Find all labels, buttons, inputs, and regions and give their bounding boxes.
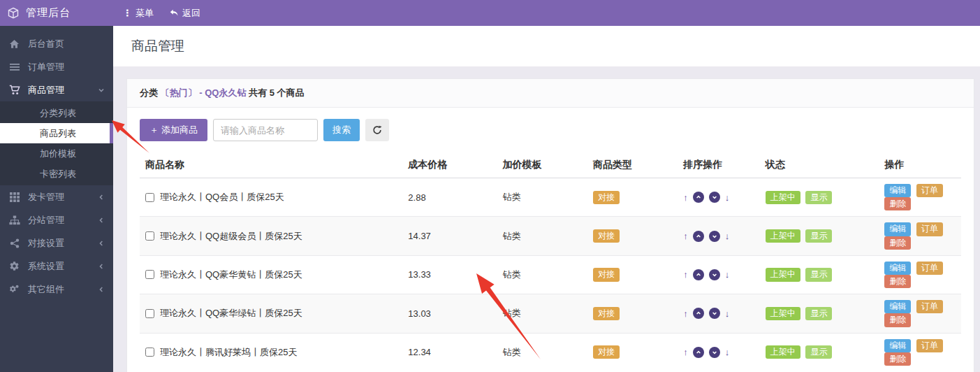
status-show-badge[interactable]: 显示 [805, 191, 832, 204]
delete-button[interactable]: 删除 [884, 275, 911, 288]
back-link[interactable]: 返回 [169, 7, 200, 20]
sort-down-icon[interactable] [709, 231, 720, 242]
row-checkbox[interactable] [145, 270, 154, 279]
sidebar-item-label: 后台首页 [28, 38, 105, 50]
product-name: 理论永久丨QQ豪华黄钻丨质保25天 [160, 269, 302, 281]
sort-bottom-icon[interactable]: ↓ [725, 231, 730, 241]
sidebar-subitem-label: 加价模板 [40, 148, 76, 160]
page-header: 商品管理 [113, 26, 980, 66]
product-cost: 2.88 [402, 178, 497, 217]
col-header-cost: 成本价格 [402, 152, 497, 178]
sidebar-item-home[interactable]: 后台首页 [0, 32, 113, 55]
row-checkbox[interactable] [145, 309, 154, 318]
status-show-badge[interactable]: 显示 [805, 229, 832, 243]
status-show-badge[interactable]: 显示 [805, 307, 832, 320]
grid-icon [8, 192, 20, 203]
status-on-badge[interactable]: 上架中 [766, 229, 800, 243]
edit-button[interactable]: 编辑 [884, 339, 911, 352]
list-icon [8, 62, 20, 73]
menu-toggle[interactable]: ⋮ 菜单 [123, 7, 154, 20]
status-show-badge[interactable]: 显示 [805, 345, 832, 359]
sidebar-subitem-categories[interactable]: 分类列表 [0, 103, 113, 123]
add-product-button[interactable]: ＋ 添加商品 [140, 119, 207, 141]
sort-down-icon[interactable] [709, 347, 720, 358]
table-row: 理论永久丨QQ超级会员丨质保25天 14.37 钻类 对接 ↑ [140, 217, 961, 255]
cogs-icon [8, 284, 20, 295]
sort-down-icon[interactable] [709, 269, 720, 280]
product-cost: 12.34 [402, 333, 497, 371]
status-show-badge[interactable]: 显示 [805, 268, 832, 281]
sidebar-subitem-product-list[interactable]: 商品列表 [0, 123, 113, 143]
sort-bottom-icon[interactable]: ↓ [725, 192, 730, 203]
sort-top-icon[interactable]: ↑ [683, 231, 688, 241]
sidebar-item-label: 发卡管理 [28, 191, 98, 203]
sidebar-subitem-markup-template[interactable]: 加价模板 [0, 143, 113, 164]
sort-up-icon[interactable] [693, 192, 704, 203]
sort-down-icon[interactable] [709, 308, 720, 319]
sidebar-item-orders[interactable]: 订单管理 [0, 55, 113, 78]
sidebar-item-substation[interactable]: 分站管理 [0, 208, 113, 231]
order-button[interactable]: 订单 [916, 222, 943, 236]
delete-button[interactable]: 删除 [884, 197, 911, 210]
edit-button[interactable]: 编辑 [884, 222, 911, 236]
product-name: 理论永久丨QQ豪华绿钻丨质保25天 [160, 307, 302, 320]
row-checkbox[interactable] [145, 348, 154, 357]
sidebar-item-card-mgmt[interactable]: 发卡管理 [0, 185, 113, 208]
product-template: 钻类 [497, 217, 587, 255]
sort-up-icon[interactable] [693, 308, 704, 319]
page-title: 商品管理 [131, 37, 184, 55]
sidebar-subitem-card-list[interactable]: 卡密列表 [0, 164, 113, 184]
product-table: 商品名称 成本价格 加价模板 商品类型 排序操作 状态 操作 [140, 152, 961, 371]
sort-up-icon[interactable] [693, 231, 704, 242]
edit-button[interactable]: 编辑 [884, 262, 911, 275]
chevron-left-icon [98, 217, 105, 224]
type-badge: 对接 [593, 229, 620, 243]
product-template: 钻类 [497, 178, 587, 217]
edit-button[interactable]: 编辑 [884, 184, 911, 197]
sidebar-item-docking[interactable]: 对接设置 [0, 231, 113, 255]
status-on-badge[interactable]: 上架中 [766, 268, 800, 281]
chevron-left-icon [98, 286, 105, 293]
col-header-ops: 操作 [879, 152, 961, 178]
sort-up-icon[interactable] [693, 269, 704, 280]
product-panel: 分类 〔热门〕 - QQ永久钻 共有 5 个商品 ＋ 添加商品 搜索 [126, 78, 974, 372]
sort-top-icon[interactable]: ↑ [683, 347, 688, 357]
sidebar-item-system[interactable]: 系统设置 [0, 255, 113, 278]
delete-button[interactable]: 删除 [884, 313, 911, 327]
sort-bottom-icon[interactable]: ↓ [725, 308, 730, 319]
sidebar-item-components[interactable]: 其它组件 [0, 278, 113, 301]
status-on-badge[interactable]: 上架中 [766, 345, 800, 359]
sidebar-item-label: 订单管理 [28, 61, 105, 73]
sort-top-icon[interactable]: ↑ [683, 308, 688, 319]
sitemap-icon [8, 215, 20, 226]
order-button[interactable]: 订单 [916, 339, 943, 352]
delete-button[interactable]: 删除 [884, 352, 911, 366]
brand-title: 管理后台 [26, 6, 71, 20]
toolbar: ＋ 添加商品 搜索 [140, 119, 961, 141]
sidebar-item-label: 其它组件 [28, 283, 98, 296]
row-checkbox[interactable] [145, 193, 154, 202]
sort-top-icon[interactable]: ↑ [683, 269, 688, 280]
search-input[interactable] [213, 119, 318, 141]
order-button[interactable]: 订单 [916, 184, 943, 197]
refresh-button[interactable] [365, 119, 389, 141]
chevron-down-icon [98, 87, 105, 94]
delete-button[interactable]: 删除 [884, 236, 911, 250]
status-on-badge[interactable]: 上架中 [766, 307, 800, 320]
edit-button[interactable]: 编辑 [884, 300, 911, 313]
search-button[interactable]: 搜索 [323, 119, 360, 141]
sort-up-icon[interactable] [693, 347, 704, 358]
product-template: 钻类 [497, 294, 587, 333]
order-button[interactable]: 订单 [916, 300, 943, 313]
sidebar-item-label: 分站管理 [28, 214, 98, 227]
sidebar-subitem-label: 商品列表 [40, 127, 76, 140]
sort-down-icon[interactable] [709, 192, 720, 203]
sort-top-icon[interactable]: ↑ [683, 192, 688, 203]
sidebar-item-products[interactable]: 商品管理 [0, 78, 113, 101]
sidebar-item-label: 对接设置 [28, 237, 98, 250]
status-on-badge[interactable]: 上架中 [766, 191, 800, 204]
sort-bottom-icon[interactable]: ↓ [725, 269, 730, 280]
order-button[interactable]: 订单 [916, 262, 943, 275]
row-checkbox[interactable] [145, 231, 154, 241]
sort-bottom-icon[interactable]: ↓ [725, 347, 730, 357]
